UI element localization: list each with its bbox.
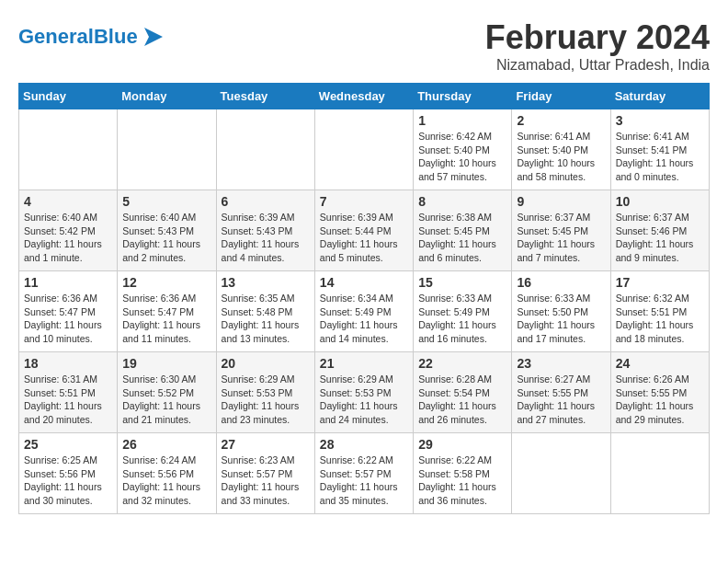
day-number: 20 [222,356,310,371]
calendar-cell: 26Sunrise: 6:24 AM Sunset: 5:56 PM Dayli… [118,433,216,514]
day-number: 17 [616,275,704,290]
day-number: 28 [320,437,408,452]
calendar-cell: 27Sunrise: 6:23 AM Sunset: 5:57 PM Dayli… [216,433,314,514]
svg-marker-0 [144,28,163,46]
logo: GeneralBlue [18,23,167,51]
day-info: Sunrise: 6:41 AM Sunset: 5:41 PM Dayligh… [616,130,704,184]
calendar-cell: 21Sunrise: 6:29 AM Sunset: 5:53 PM Dayli… [314,352,413,433]
header-sunday: Sunday [19,84,118,109]
calendar-cell: 24Sunrise: 6:26 AM Sunset: 5:55 PM Dayli… [610,352,709,433]
day-info: Sunrise: 6:40 AM Sunset: 5:43 PM Dayligh… [122,211,210,265]
day-number: 2 [517,113,605,128]
day-info: Sunrise: 6:36 AM Sunset: 5:47 PM Dayligh… [24,292,112,346]
calendar-cell: 18Sunrise: 6:31 AM Sunset: 5:51 PM Dayli… [19,352,118,433]
day-info: Sunrise: 6:29 AM Sunset: 5:53 PM Dayligh… [320,373,408,427]
calendar-cell: 19Sunrise: 6:30 AM Sunset: 5:52 PM Dayli… [118,352,216,433]
day-number: 15 [418,275,506,290]
day-number: 12 [122,275,210,290]
day-number: 23 [517,356,605,371]
day-number: 24 [616,356,704,371]
day-info: Sunrise: 6:25 AM Sunset: 5:56 PM Dayligh… [24,454,112,508]
page-header: GeneralBlue February 2024 Nizamabad, Utt… [18,18,710,74]
logo-text: GeneralBlue [18,25,138,49]
calendar-cell: 5Sunrise: 6:40 AM Sunset: 5:43 PM Daylig… [118,190,216,271]
day-number: 22 [418,356,506,371]
calendar-cell: 13Sunrise: 6:35 AM Sunset: 5:48 PM Dayli… [216,271,314,352]
day-info: Sunrise: 6:27 AM Sunset: 5:55 PM Dayligh… [517,373,605,427]
calendar-cell [512,433,610,514]
header-friday: Friday [512,84,610,109]
calendar-cell: 3Sunrise: 6:41 AM Sunset: 5:41 PM Daylig… [610,109,709,190]
day-info: Sunrise: 6:39 AM Sunset: 5:44 PM Dayligh… [320,211,408,265]
calendar-cell: 11Sunrise: 6:36 AM Sunset: 5:47 PM Dayli… [19,271,118,352]
day-number: 29 [418,437,506,452]
calendar-cell [19,109,118,190]
day-number: 14 [320,275,408,290]
day-info: Sunrise: 6:42 AM Sunset: 5:40 PM Dayligh… [418,130,506,184]
day-number: 18 [24,356,112,371]
day-info: Sunrise: 6:23 AM Sunset: 5:57 PM Dayligh… [222,454,310,508]
day-info: Sunrise: 6:22 AM Sunset: 5:58 PM Dayligh… [418,454,506,508]
calendar-table: SundayMondayTuesdayWednesdayThursdayFrid… [18,83,710,514]
day-number: 10 [616,194,704,209]
calendar-cell: 7Sunrise: 6:39 AM Sunset: 5:44 PM Daylig… [314,190,413,271]
day-number: 3 [616,113,704,128]
calendar-cell: 29Sunrise: 6:22 AM Sunset: 5:58 PM Dayli… [414,433,512,514]
day-number: 19 [122,356,210,371]
day-info: Sunrise: 6:33 AM Sunset: 5:49 PM Dayligh… [418,292,506,346]
calendar-cell: 14Sunrise: 6:34 AM Sunset: 5:49 PM Dayli… [314,271,413,352]
calendar-header-row: SundayMondayTuesdayWednesdayThursdayFrid… [19,84,710,109]
calendar-cell: 23Sunrise: 6:27 AM Sunset: 5:55 PM Dayli… [512,352,610,433]
calendar-cell: 25Sunrise: 6:25 AM Sunset: 5:56 PM Dayli… [19,433,118,514]
month-year: February 2024 [485,18,710,57]
day-number: 8 [418,194,506,209]
calendar-cell: 12Sunrise: 6:36 AM Sunset: 5:47 PM Dayli… [118,271,216,352]
header-wednesday: Wednesday [314,84,413,109]
header-monday: Monday [118,84,216,109]
day-number: 7 [320,194,408,209]
day-info: Sunrise: 6:38 AM Sunset: 5:45 PM Dayligh… [418,211,506,265]
location: Nizamabad, Uttar Pradesh, India [485,57,710,74]
day-info: Sunrise: 6:37 AM Sunset: 5:46 PM Dayligh… [616,211,704,265]
calendar-week-3: 11Sunrise: 6:36 AM Sunset: 5:47 PM Dayli… [19,271,710,352]
day-info: Sunrise: 6:37 AM Sunset: 5:45 PM Dayligh… [517,211,605,265]
calendar-cell: 4Sunrise: 6:40 AM Sunset: 5:42 PM Daylig… [19,190,118,271]
calendar-cell [314,109,413,190]
calendar-cell [118,109,216,190]
day-info: Sunrise: 6:26 AM Sunset: 5:55 PM Dayligh… [616,373,704,427]
calendar-cell: 9Sunrise: 6:37 AM Sunset: 5:45 PM Daylig… [512,190,610,271]
day-number: 1 [418,113,506,128]
day-info: Sunrise: 6:40 AM Sunset: 5:42 PM Dayligh… [24,211,112,265]
calendar-cell: 22Sunrise: 6:28 AM Sunset: 5:54 PM Dayli… [414,352,512,433]
calendar-cell: 15Sunrise: 6:33 AM Sunset: 5:49 PM Dayli… [414,271,512,352]
day-info: Sunrise: 6:31 AM Sunset: 5:51 PM Dayligh… [24,373,112,427]
header-thursday: Thursday [414,84,512,109]
day-number: 6 [222,194,310,209]
day-number: 21 [320,356,408,371]
header-tuesday: Tuesday [216,84,314,109]
day-info: Sunrise: 6:34 AM Sunset: 5:49 PM Dayligh… [320,292,408,346]
day-number: 16 [517,275,605,290]
day-info: Sunrise: 6:28 AM Sunset: 5:54 PM Dayligh… [418,373,506,427]
calendar-week-4: 18Sunrise: 6:31 AM Sunset: 5:51 PM Dayli… [19,352,710,433]
day-info: Sunrise: 6:36 AM Sunset: 5:47 PM Dayligh… [122,292,210,346]
day-number: 5 [122,194,210,209]
calendar-cell: 20Sunrise: 6:29 AM Sunset: 5:53 PM Dayli… [216,352,314,433]
calendar-cell: 1Sunrise: 6:42 AM Sunset: 5:40 PM Daylig… [414,109,512,190]
day-info: Sunrise: 6:29 AM Sunset: 5:53 PM Dayligh… [222,373,310,427]
calendar-cell [610,433,709,514]
logo-icon [140,23,167,51]
day-info: Sunrise: 6:33 AM Sunset: 5:50 PM Dayligh… [517,292,605,346]
day-info: Sunrise: 6:41 AM Sunset: 5:40 PM Dayligh… [517,130,605,184]
day-number: 25 [24,437,112,452]
day-number: 9 [517,194,605,209]
calendar-cell: 16Sunrise: 6:33 AM Sunset: 5:50 PM Dayli… [512,271,610,352]
calendar-week-2: 4Sunrise: 6:40 AM Sunset: 5:42 PM Daylig… [19,190,710,271]
calendar-week-5: 25Sunrise: 6:25 AM Sunset: 5:56 PM Dayli… [19,433,710,514]
day-number: 27 [222,437,310,452]
day-info: Sunrise: 6:22 AM Sunset: 5:57 PM Dayligh… [320,454,408,508]
calendar-cell: 17Sunrise: 6:32 AM Sunset: 5:51 PM Dayli… [610,271,709,352]
calendar-cell: 28Sunrise: 6:22 AM Sunset: 5:57 PM Dayli… [314,433,413,514]
calendar-cell: 10Sunrise: 6:37 AM Sunset: 5:46 PM Dayli… [610,190,709,271]
header-saturday: Saturday [610,84,709,109]
